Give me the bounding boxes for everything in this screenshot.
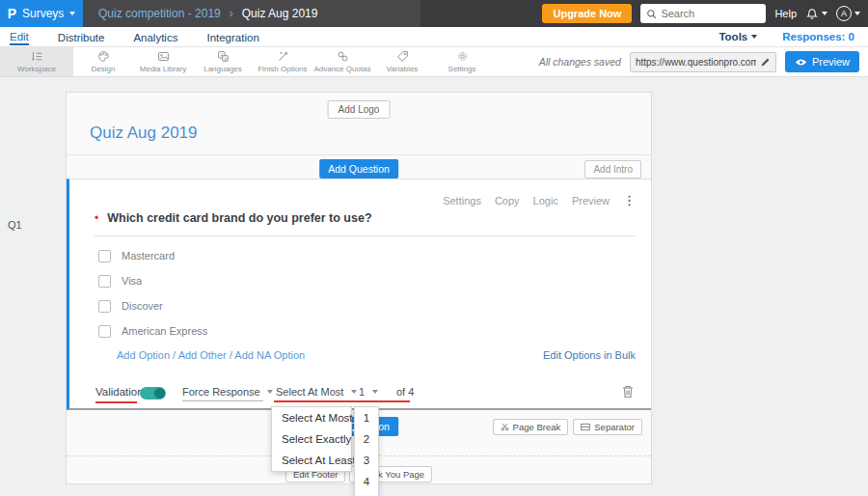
chevron-down-icon — [822, 12, 827, 15]
dropdown-item-select-at-most[interactable]: Select At Most — [272, 407, 351, 428]
option-checkbox[interactable] — [98, 275, 111, 288]
bell-icon — [805, 7, 819, 20]
surveys-menu-label: Surveys — [22, 7, 64, 20]
kebab-menu-icon[interactable]: ⋮ — [623, 193, 636, 207]
toolbar-item-workspace[interactable]: Workspace — [0, 47, 73, 76]
survey-url-field[interactable] — [636, 57, 756, 68]
question-preview-link[interactable]: Preview — [572, 195, 610, 207]
survey-url-box[interactable] — [630, 52, 776, 72]
option-label[interactable]: Visa — [122, 275, 142, 287]
validation-red-underline — [95, 401, 137, 403]
validation-count-dropdown[interactable]: 1 — [359, 386, 378, 398]
separator-button[interactable]: Separator — [573, 419, 642, 435]
question-logic-link[interactable]: Logic — [533, 195, 558, 207]
tab-edit[interactable]: Edit — [10, 29, 29, 45]
edit-pencil-icon[interactable] — [760, 57, 771, 68]
breadcrumb-current: Quiz Aug 2019 — [242, 7, 318, 20]
validation-of-label: of 4 — [396, 386, 414, 398]
translate-icon: A A — [217, 50, 230, 63]
search-input[interactable] — [661, 8, 760, 19]
dropdown-item-select-exactly[interactable]: Select Exactly — [272, 428, 351, 450]
add-na-option-link[interactable]: Add NA Option — [234, 349, 305, 361]
section-nav: Edit Distribute Analytics Integration To… — [0, 27, 868, 47]
add-option-link[interactable]: Add Option — [117, 349, 170, 361]
option-checkbox[interactable] — [98, 300, 111, 313]
force-response-dropdown[interactable]: Force Response — [182, 386, 273, 398]
dropdown-item-count-3[interactable]: 3 — [355, 450, 378, 471]
rule-red-underline — [274, 400, 410, 402]
question-block: Settings Copy Logic Preview ⋮ • Which cr… — [67, 179, 651, 410]
dropdown-item-select-at-least[interactable]: Select At Least — [272, 450, 351, 471]
toolbar-item-design[interactable]: Design — [73, 47, 133, 76]
account-menu[interactable]: A — [836, 6, 860, 21]
toolbar-item-label: Finish Options — [258, 65, 307, 73]
option-checkbox[interactable] — [98, 250, 111, 262]
separator-label: Separator — [594, 422, 635, 432]
search-box[interactable] — [640, 4, 766, 23]
toolbar-item-label: Workspace — [17, 65, 56, 73]
breadcrumb-parent[interactable]: Quiz competition - 2019 — [98, 7, 221, 20]
dropdown-item-count-4[interactable]: 4 — [355, 471, 378, 496]
validation-row: Validation Force Response Select At Most… — [95, 383, 636, 406]
validation-rule-dropdown[interactable]: Select At Most — [276, 386, 357, 398]
toolbar-item-languages[interactable]: A A Languages — [193, 47, 253, 76]
toolbar-item-advance-quotas[interactable]: Advance Quotas — [312, 47, 372, 76]
divider — [67, 154, 651, 155]
question-text[interactable]: Which credit card brand do you prefer to… — [107, 211, 371, 225]
question-actions: Settings Copy Logic Preview ⋮ — [443, 193, 636, 207]
toolbar-item-settings[interactable]: Settings — [432, 47, 492, 76]
add-logo-button[interactable]: Add Logo — [328, 100, 391, 119]
option-links: Add Option / Add Other / Add NA Option — [117, 349, 305, 361]
dropdown-item-count-2[interactable]: 2 — [355, 428, 378, 450]
notifications-menu[interactable] — [805, 7, 827, 20]
tab-distribute[interactable]: Distribute — [58, 30, 105, 44]
toolbar-item-label: Variables — [387, 65, 419, 73]
toolbar-item-variables[interactable]: Variables — [372, 47, 432, 76]
delete-question-button[interactable] — [622, 385, 634, 402]
help-link[interactable]: Help — [774, 8, 797, 19]
chevron-down-icon — [854, 12, 860, 15]
rule-dropdown-panel: Select At Most Select Exactly Select At … — [271, 406, 352, 472]
option-label[interactable]: Mastercard — [122, 250, 175, 262]
toolbar-item-media-library[interactable]: Media Library — [133, 47, 193, 76]
tab-analytics[interactable]: Analytics — [133, 30, 177, 44]
page-tools: Page Break Separator — [493, 419, 642, 435]
question-copy-link[interactable]: Copy — [495, 195, 520, 207]
upgrade-now-button[interactable]: Upgrade Now — [542, 4, 632, 23]
toggle-knob — [154, 388, 165, 399]
toolbar-item-label: Languages — [203, 65, 242, 73]
chevron-down-icon — [372, 390, 378, 394]
toolbar-item-label: Advance Quotas — [313, 65, 370, 73]
option-checkbox[interactable] — [98, 325, 111, 338]
option-label[interactable]: Discover — [122, 300, 163, 312]
answer-options: Mastercard Visa Discover American Expres… — [98, 248, 207, 348]
topbar: P Surveys Quiz competition - 2019 › Quiz… — [0, 0, 868, 27]
dropdown-item-count-1[interactable]: 1 — [355, 407, 378, 428]
tools-menu[interactable]: Tools — [719, 31, 757, 42]
tab-integration[interactable]: Integration — [206, 30, 258, 44]
add-other-link[interactable]: Add Other — [178, 349, 227, 361]
preview-button-label: Preview — [812, 56, 850, 68]
questionpro-logo-icon: P — [8, 6, 16, 21]
responses-count[interactable]: Responses: 0 — [782, 31, 854, 42]
add-question-button-top[interactable]: Add Question — [319, 159, 398, 179]
question-settings-link[interactable]: Settings — [443, 195, 481, 207]
page-break-button[interactable]: Page Break — [493, 419, 569, 435]
edit-options-in-bulk-link[interactable]: Edit Options in Bulk — [543, 349, 636, 361]
force-response-underline — [182, 400, 263, 401]
breadcrumb: Quiz competition - 2019 › Quiz Aug 2019 — [83, 0, 420, 27]
validation-rule-value: Select At Most — [276, 386, 343, 398]
editor-page: Q1 Add Logo Quiz Aug 2019 Add Question A… — [0, 77, 868, 496]
option-label[interactable]: American Express — [122, 325, 207, 337]
link-separator: / — [230, 349, 232, 361]
option-row: Discover — [98, 298, 207, 314]
validation-toggle[interactable] — [140, 387, 166, 400]
survey-title[interactable]: Quiz Aug 2019 — [90, 124, 198, 143]
question-underline — [95, 235, 636, 236]
surveys-menu[interactable]: P Surveys — [0, 0, 83, 27]
toolbar-item-finish-options[interactable]: Finish Options — [253, 47, 312, 76]
workspace-icon — [31, 50, 43, 63]
preview-button[interactable]: Preview — [785, 51, 859, 72]
tools-menu-label: Tools — [719, 31, 747, 42]
add-intro-button[interactable]: Add Intro — [584, 160, 641, 179]
